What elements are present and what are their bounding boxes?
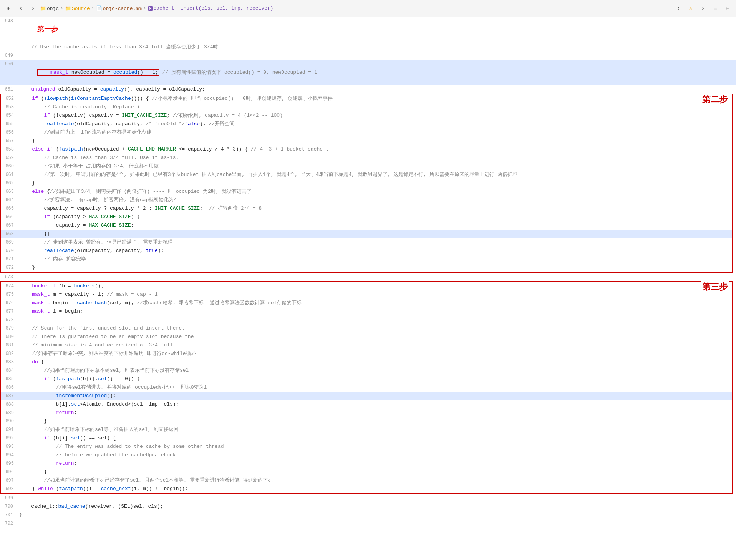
code-line-681: 681 // minimum size is 4 and we resized … [1,341,732,350]
code-line-649: 649 [0,51,736,60]
step3-label: 第三步 [701,281,729,293]
code-line-651: 651 unsigned oldCapacity = capacity(), c… [0,85,736,94]
code-line-684: 684 //如果当前遍历的下标拿不到sel, 即表示当前下标没有存储sel [1,366,732,375]
code-line-652: 652 if (slowpath(isConstantEmptyCache())… [1,94,732,103]
code-line-654: 654 if (!capacity) capacity = INIT_CACHE… [1,111,732,120]
code-line-692: 692 if (b[i].sel() == sel) { [1,434,732,442]
code-line-648b: // Use the cache as-is if less than 3/4 … [0,43,736,51]
code-line-693: 693 // The entry was added to the cache … [1,442,732,451]
code-line-648: 648 第一步 [0,17,736,43]
code-line-661: 661 //第一次时, 申请开辟的内存是4个, 如果此时 已经有3个从bucke… [1,171,732,179]
code-line-686: 686 //则将sel存储进去, 并将对应的 occupied标记++, 即从0… [1,383,732,392]
code-line-683: 683 do { [1,358,732,366]
code-line-700: 700 cache_t::bad_cache(receiver, (SEL)se… [0,502,736,511]
code-line-655: 655 reallocate(oldCapacity, capacity, /*… [1,120,732,128]
code-line-669: 669 // 走到这里表示 曾经有, 但是已经满了, 需要重新梳理 [1,238,732,247]
code-line-691: 691 //如果当前哈希下标的sel等于准备插入的sel, 则直接返回 [1,426,732,434]
code-line-678: 678 [1,316,732,324]
code-line-667: 667 capacity = MAX_CACHE_SIZE; [1,221,732,230]
breadcrumb: 📁objc › 📁Source › 📄objc-cache.mm › Mcach… [40,5,671,12]
warning-icon[interactable]: ⚠ [685,3,696,14]
code-line-659: 659 // Cache is less than 3/4 full. Use … [1,154,732,162]
code-line-685: 685 if (fastpath(b[i].sel() == 0)) { [1,375,732,383]
back-icon[interactable]: ‹ [15,3,26,14]
code-line-687: 687 incrementOccupied(); [1,392,732,400]
code-line-699: 699 [0,494,736,502]
code-line-701: 701 } [0,511,736,519]
code-line-668: 668 }| [1,230,732,238]
code-line-656: 656 //到目前为止, if的流程的内存都是初始化创建 [1,128,732,137]
code-line-658: 658 else if (fastpath(newOccupied + CACH… [1,145,732,154]
code-line-660: 660 //如果 小于等于 占用内存的 3/4, 什么都不用做 [1,162,732,171]
toolbar-right: ‹ ⚠ › ≡ ⊟ [673,3,733,14]
code-line-666: 666 if (capacity > MAX_CACHE_SIZE) { [1,213,732,221]
code-line-679: 679 // Scan for the first unused slot an… [1,324,732,333]
code-line-657: 657 } [1,137,732,145]
code-line-690: 690 } [1,417,732,426]
breadcrumb-source: 📁Source [65,5,90,12]
code-line-662: 662 } [1,179,732,187]
forward-icon[interactable]: › [28,3,38,14]
step2-box: 第二步 652 if (slowpath(isConstantEmptyCach… [0,94,733,273]
breadcrumb-file: 📄objc-cache.mm [96,5,142,12]
breadcrumb-objc: 📁objc [40,5,59,12]
code-line-698: 698 } while (fastpath((i = cache_next(i,… [1,485,732,493]
code-line-675: 675 mask_t m = capacity - 1; // mask = c… [1,290,732,299]
code-line-670: 670 reallocate(oldCapacity, capacity, tr… [1,247,732,255]
code-line-696: 696 } [1,468,732,476]
code-line-677: 677 mask_t i = begin; [1,307,732,316]
code-line-664: 664 //扩容算法: 有cap时, 扩容两倍, 没有cap就初始化为4 [1,196,732,204]
code-line-702: 702 [0,519,736,528]
nav-prev-icon[interactable]: ‹ [673,3,684,14]
code-line-663: 663 else {//如果超出了3/4, 则需要扩容 (两倍扩容) ---- … [1,187,732,196]
split-icon[interactable]: ⊟ [722,3,733,14]
code-container: 648 第一步 // Use the cache as-is if less t… [0,17,736,528]
code-line-697: 697 //如果当前计算的哈希下标已经存储了sel, 且两个sel不相等, 需要… [1,476,732,485]
code-line-676: 676 mask_t begin = cache_hash(sel, m); /… [1,299,732,307]
code-line-672: 672 } [1,263,732,272]
step2-label: 第二步 [701,94,729,105]
code-line-671: 671 // 内存 扩容完毕 [1,255,732,263]
code-line-688: 688 b[i].set<Atomic, Encoded>(sel, imp, … [1,400,732,409]
code-line-665: 665 capacity = capacity ? capacity * 2 :… [1,204,732,213]
nav-next-icon[interactable]: › [698,3,708,14]
code-line-673: 673 [0,273,736,281]
code-line-653: 653 // Cache is read-only. Replace it. [1,103,732,111]
code-line-695: 695 return; [1,459,732,468]
breadcrumb-method: Mcache_t::insert(cls, sel, imp, receiver… [148,5,274,11]
grid-icon[interactable]: ⊞ [3,3,14,14]
menu-icon[interactable]: ≡ [710,3,721,14]
code-line-680: 680 // There is guaranteed to be an empt… [1,333,732,341]
code-line-682: 682 //如果存在了哈希冲突, 则从冲突的下标开始遍历 即进行do-while… [1,350,732,358]
toolbar: ⊞ ‹ › 📁objc › 📁Source › 📄objc-cache.mm ›… [0,0,736,17]
step3-box: 第三步 674 bucket_t *b = buckets(); 675 mas… [0,281,733,494]
code-line-674: 674 bucket_t *b = buckets(); [1,282,732,290]
code-line-694: 694 // before we grabbed the cacheUpdate… [1,451,732,459]
code-line-689: 689 return; [1,409,732,417]
code-line-650: 650 mask_t newOccupied = occupied() + 1;… [0,60,736,85]
